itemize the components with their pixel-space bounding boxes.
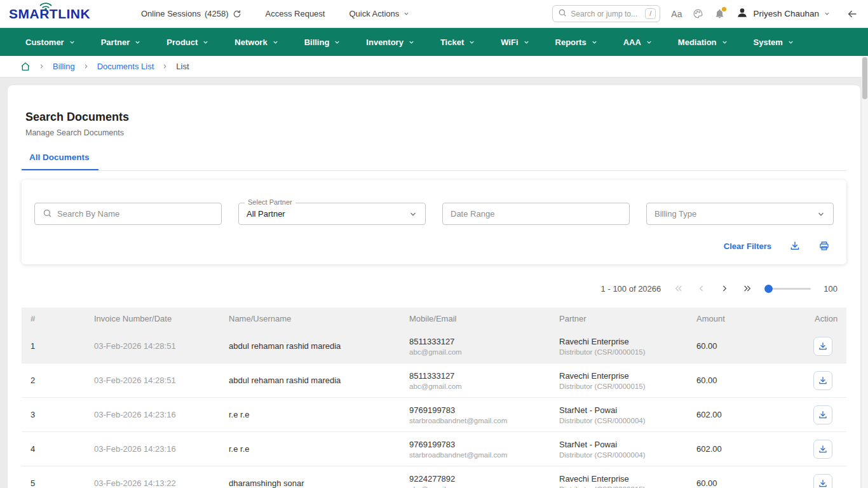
notifications-bell-icon[interactable] [714, 8, 725, 19]
partner-role: Distributor (CSR/0000004) [559, 417, 688, 424]
nav-label: System [754, 37, 783, 47]
page-size-slider[interactable] [765, 288, 811, 290]
online-sessions[interactable]: Online Sessions (4258) [141, 9, 241, 18]
last-page-button[interactable] [742, 283, 752, 294]
chevron-right-icon [38, 63, 45, 70]
prev-page-button[interactable] [696, 283, 707, 294]
app-logo[interactable]: SMARTLINK [9, 6, 141, 22]
invoice-date: 03-Feb-2026 14:23:16 [85, 410, 220, 419]
nav-item-network[interactable]: Network [222, 28, 291, 56]
partner-role: Distributor (CSR/0000015) [559, 485, 688, 488]
clear-filters-link[interactable]: Clear Filters [724, 241, 771, 251]
download-document-button[interactable] [813, 405, 832, 424]
global-search[interactable]: / [552, 5, 660, 22]
user-name: Priyesh Chauhan [753, 9, 819, 18]
search-by-name-field[interactable] [34, 203, 222, 225]
amount: 60.00 [688, 341, 799, 351]
col-header-num: # [22, 314, 85, 323]
online-sessions-count: (4258) [205, 9, 229, 18]
invoice-date: 03-Feb-2026 14:23:16 [85, 444, 220, 454]
breadcrumb-documents-list[interactable]: Documents List [97, 62, 154, 71]
customer-name: abdul rehaman rashid maredia [220, 376, 400, 385]
nav-label: Network [234, 37, 267, 47]
font-size-toggle[interactable]: Aa [671, 9, 682, 19]
theme-icon[interactable] [693, 8, 703, 19]
nav-item-billing[interactable]: Billing [292, 28, 354, 56]
mobile: 8511333127 [409, 371, 550, 381]
email: starbroadbandnet@gmail.com [409, 417, 550, 424]
nav-item-customer[interactable]: Customer [13, 28, 88, 56]
quick-actions[interactable]: Quick Actions [349, 9, 410, 18]
next-page-button[interactable] [719, 283, 729, 294]
nav-item-partner[interactable]: Partner [88, 28, 154, 56]
partner-name: StarNet - Powai [559, 405, 688, 415]
nav-label: Partner [101, 37, 130, 47]
search-input[interactable] [571, 10, 641, 18]
collapse-back-arrow-icon[interactable] [846, 8, 858, 20]
nav-label: Customer [25, 37, 64, 47]
online-sessions-label: Online Sessions [141, 9, 201, 18]
tab-all-documents[interactable]: All Documents [22, 152, 98, 170]
mobile: 9769199783 [409, 440, 550, 449]
amount: 602.00 [688, 444, 799, 454]
nav-item-reports[interactable]: Reports [543, 28, 611, 56]
customer-name: r.e r.e [220, 444, 400, 454]
invoice-date: 03-Feb-2026 14:13:22 [85, 478, 220, 488]
chevron-down-icon [817, 210, 825, 219]
col-header-name: Name/Username [220, 314, 400, 323]
nav-item-mediation[interactable]: Mediation [665, 28, 741, 56]
access-request[interactable]: Access Request [266, 9, 325, 18]
breadcrumb-billing[interactable]: Billing [53, 62, 75, 71]
user-menu[interactable]: Priyesh Chauhan [736, 6, 831, 21]
invoice-date: 03-Feb-2026 14:28:51 [85, 376, 220, 385]
nav-label: Inventory [366, 37, 403, 47]
download-document-button[interactable] [813, 474, 832, 488]
row-number: 1 [22, 341, 85, 351]
nav-label: WiFi [501, 37, 518, 47]
refresh-icon[interactable] [233, 10, 241, 18]
scrollbar-thumb[interactable] [862, 57, 867, 99]
nav-item-inventory[interactable]: Inventory [353, 28, 428, 56]
table-row: 1 03-Feb-2026 14:28:51 abdul rehaman ras… [22, 329, 846, 363]
export-download-icon[interactable] [789, 240, 801, 252]
table-row: 2 03-Feb-2026 14:28:51 abdul rehaman ras… [22, 363, 846, 398]
date-range-input[interactable] [451, 209, 621, 219]
nav-item-system[interactable]: System [741, 28, 807, 56]
partner-role: Distributor (CSR/0000004) [559, 451, 688, 459]
partner-name: Ravechi Enterprise [559, 371, 688, 381]
download-document-button[interactable] [813, 440, 832, 459]
search-icon [558, 8, 567, 20]
select-partner-dropdown[interactable]: Select Partner All Partner [238, 203, 426, 225]
nav-item-wifi[interactable]: WiFi [488, 28, 542, 56]
date-range-field[interactable] [442, 203, 630, 225]
quick-actions-label: Quick Actions [349, 9, 399, 18]
page-subtitle: Manage Search Documents [25, 128, 846, 137]
pagination-range: 1 - 100 of 20266 [601, 284, 661, 294]
scrollbar[interactable] [862, 56, 868, 488]
download-document-button[interactable] [813, 337, 832, 356]
topbar: SMARTLINK Online Sessions (4258) Access … [0, 0, 868, 28]
wifi-logo-icon [38, 1, 53, 13]
mobile: 9224277892 [409, 474, 550, 484]
nav-item-ticket[interactable]: Ticket [428, 28, 488, 56]
slider-thumb[interactable] [764, 285, 773, 293]
avatar [736, 6, 749, 21]
print-icon[interactable] [818, 240, 830, 252]
nav-item-aaa[interactable]: AAA [611, 28, 665, 56]
notification-badge [722, 7, 726, 11]
download-document-button[interactable] [813, 371, 832, 390]
search-icon [43, 208, 52, 220]
first-page-button[interactable] [674, 283, 684, 294]
home-icon[interactable] [20, 62, 31, 72]
invoice-date: 03-Feb-2026 14:28:51 [85, 341, 220, 351]
documents-card: Search Documents Manage Search Documents… [8, 85, 860, 488]
billing-type-dropdown[interactable]: Billing Type [646, 203, 834, 225]
nav-item-product[interactable]: Product [154, 28, 222, 56]
row-number: 4 [22, 444, 85, 454]
search-by-name-input[interactable] [57, 209, 214, 219]
page-size-value: 100 [824, 284, 837, 294]
pagination: 1 - 100 of 20266 100 [22, 283, 846, 294]
table-row: 3 03-Feb-2026 14:23:16 r.e r.e 976919978… [22, 398, 846, 432]
email: abc@gmail.com [409, 485, 550, 488]
chevron-down-icon [409, 210, 417, 219]
